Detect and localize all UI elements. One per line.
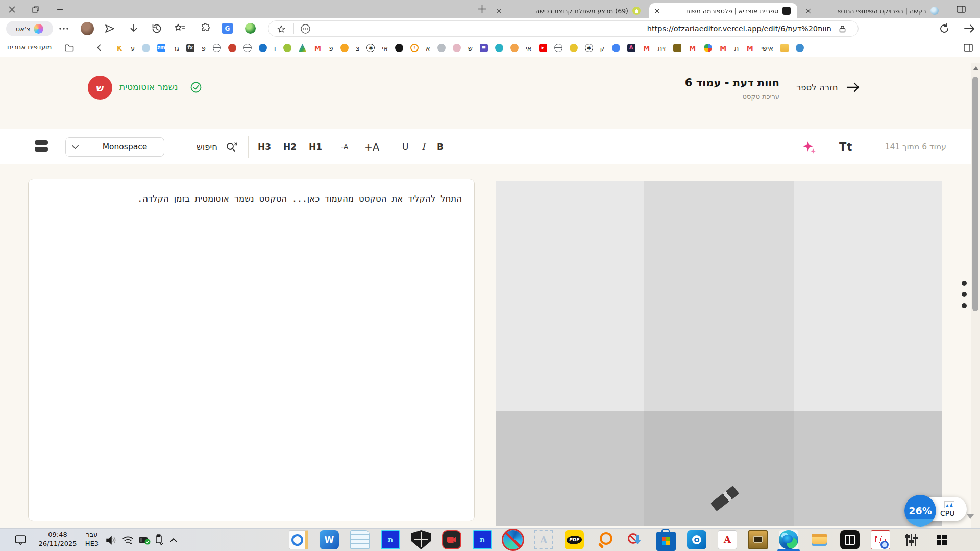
taskbar-app-sumatra-icon[interactable]: PDF <box>565 530 584 549</box>
bookmark-favicon[interactable] <box>437 44 446 52</box>
other-favorites-label[interactable]: מועדפים אחרים <box>7 43 52 51</box>
bookmark-favicon[interactable] <box>395 44 403 52</box>
bookmark-favicon[interactable]: ∗ <box>366 44 375 52</box>
taskbar-app-ocr-icon[interactable]: A <box>534 530 553 549</box>
bookmark-label[interactable]: ת <box>734 44 739 52</box>
font-family-select[interactable]: Monospace <box>65 137 164 157</box>
speaker-icon[interactable] <box>105 529 117 551</box>
back-icon[interactable] <box>963 22 976 35</box>
bookmark-label[interactable]: זית <box>658 44 666 52</box>
taskbar-app-torah-icon[interactable]: ת <box>473 530 492 549</box>
font-smaller-button[interactable]: -A <box>341 129 348 165</box>
downloads-icon[interactable] <box>128 22 140 35</box>
reload-icon[interactable] <box>938 22 950 35</box>
bookmark-favicon[interactable]: ▶ <box>539 44 547 52</box>
font-larger-button[interactable]: +A <box>364 129 379 165</box>
tab-panel-icon[interactable] <box>955 4 967 14</box>
page-image-viewer[interactable] <box>496 181 942 526</box>
bookmark-favicon[interactable] <box>453 44 461 52</box>
wifi-icon[interactable] <box>121 529 134 551</box>
lock-icon[interactable] <box>838 24 847 33</box>
bookmark-favicon[interactable] <box>554 44 562 52</box>
bookmark-favicon[interactable] <box>570 44 578 52</box>
window-restore-button[interactable] <box>30 4 41 14</box>
bookmark-favicon[interactable] <box>299 44 307 52</box>
scrollbar-thumb[interactable] <box>972 77 978 311</box>
taskbar-app-explorer-icon[interactable] <box>810 530 829 549</box>
taskbar-app-bookmag-icon[interactable] <box>871 530 890 549</box>
bookmark-favicon[interactable]: K <box>115 44 124 52</box>
bookmark-label[interactable]: פ <box>329 44 333 52</box>
copilot-chat-button[interactable]: צ'אט <box>6 21 53 36</box>
tray-expand-icon[interactable] <box>168 529 179 551</box>
drag-handle-dots[interactable] <box>962 281 968 314</box>
extensions-icon[interactable] <box>199 22 211 35</box>
profile-avatar[interactable] <box>81 22 94 35</box>
taskbar-app-edge-icon[interactable] <box>779 530 798 549</box>
bookmark-label[interactable]: א <box>426 44 430 52</box>
taskbar-app-outlook-icon[interactable]: O <box>687 530 706 549</box>
bookmark-favicon[interactable] <box>283 44 291 52</box>
scrollbar-up-arrow[interactable] <box>973 66 978 70</box>
bookmark-favicon[interactable] <box>228 44 236 52</box>
bookmark-favicon[interactable] <box>796 44 804 52</box>
bookmark-favicon[interactable] <box>213 44 221 52</box>
bookmark-favicon[interactable]: ∗ <box>585 44 593 52</box>
bookmark-favicon[interactable] <box>673 44 681 52</box>
idm-extension-icon[interactable] <box>245 23 256 34</box>
bookmark-favicon[interactable]: M <box>746 44 754 52</box>
bold-button[interactable]: B <box>437 129 444 165</box>
url-text[interactable]: https://otzariaeditor.vercel.app/edit/6/… <box>647 24 831 33</box>
window-minimize-button[interactable] <box>54 4 65 14</box>
bookmark-favicon[interactable]: M <box>689 44 697 52</box>
bookmark-label[interactable]: ו <box>274 44 276 52</box>
bookmark-favicon[interactable]: zm <box>157 44 165 52</box>
bookmark-favicon[interactable] <box>259 44 267 52</box>
usb-icon[interactable] <box>153 529 164 551</box>
battery-security-icon[interactable] <box>138 529 151 551</box>
bookmark-favicon[interactable] <box>340 44 349 52</box>
more-options-icon[interactable] <box>59 27 69 30</box>
notifications-icon[interactable] <box>14 529 27 551</box>
taskbar-app-windows-icon[interactable] <box>932 530 951 549</box>
heading2-button[interactable]: H2 <box>283 129 297 165</box>
taskbar-app-defender-icon[interactable] <box>411 530 431 549</box>
site-options-icon[interactable] <box>300 23 311 34</box>
taskbar-app-mag-icon[interactable] <box>595 530 615 549</box>
taskbar-app-dlblock-icon[interactable] <box>626 530 645 549</box>
taskbar-app-sliders-icon[interactable] <box>901 530 921 549</box>
taskbar-app-recorder-icon[interactable] <box>442 530 461 549</box>
bookmark-label[interactable]: צ <box>356 44 360 52</box>
taskbar-app-acrobat-icon[interactable]: A <box>718 530 737 549</box>
bookmark-favicon[interactable] <box>510 44 519 52</box>
cpu-percent-badge[interactable]: 26% <box>904 495 936 527</box>
tab-otzaria-library[interactable]: ספריית אוצריא | פלטפורמה משות <box>649 3 797 18</box>
bookmark-label[interactable]: ע <box>131 44 135 52</box>
layout-rows-icon[interactable] <box>34 139 49 155</box>
taskbar-app-store-icon[interactable] <box>656 530 676 549</box>
panel-icon[interactable] <box>964 44 973 52</box>
editor-text[interactable]: התחל להקליד את הטקסט מהעמוד כאן... הטקסט… <box>41 192 462 206</box>
new-tab-button[interactable] <box>476 4 487 14</box>
chevron-left-icon[interactable] <box>95 43 104 52</box>
bookmark-favicon[interactable]: fx <box>186 44 194 52</box>
taskbar-clock[interactable]: 09:48 26/11/2025 <box>36 530 80 548</box>
taskbar-app-goldbook-icon[interactable] <box>748 530 768 549</box>
bookmark-label[interactable]: ש <box>468 44 473 52</box>
text-editor[interactable]: התחל להקליד את הטקסט מהעמוד כאן... הטקסט… <box>28 179 475 521</box>
bookmark-favicon[interactable] <box>612 44 620 52</box>
heading1-button[interactable]: H1 <box>309 129 322 165</box>
bookmark-favicon[interactable]: M <box>719 44 727 52</box>
bookmark-star-icon[interactable] <box>277 24 286 34</box>
search-button[interactable]: חיפוש <box>197 129 217 165</box>
text-style-button[interactable]: Tt <box>839 129 852 165</box>
taskbar-app-edge-off-icon[interactable] <box>503 530 523 549</box>
bookmark-label[interactable]: פ <box>202 44 206 52</box>
bookmark-favicon[interactable] <box>243 44 252 52</box>
bookmark-favicon[interactable]: ! <box>410 44 419 52</box>
bookmark-favicon[interactable] <box>495 44 503 52</box>
bookmark-label[interactable]: אי <box>382 44 388 52</box>
bookmark-favicon[interactable] <box>142 44 150 52</box>
bookmark-favicon[interactable] <box>780 44 789 52</box>
bookmark-favicon[interactable] <box>704 44 712 52</box>
